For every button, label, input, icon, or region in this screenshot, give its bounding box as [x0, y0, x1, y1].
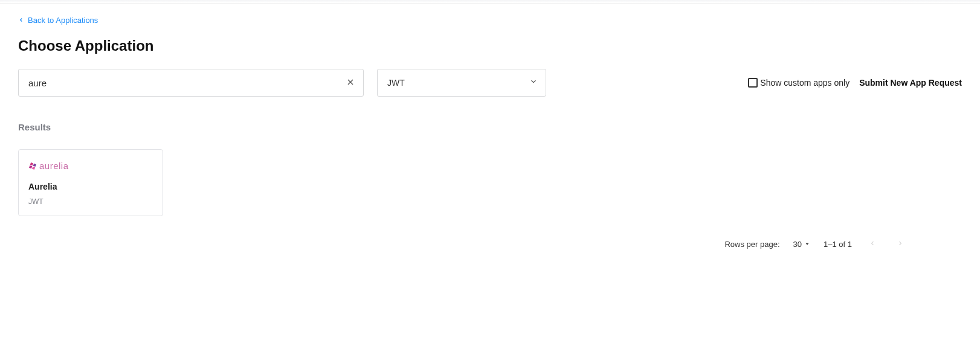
pagination-next-button[interactable]: [893, 237, 907, 251]
rows-per-page-select[interactable]: 30: [793, 240, 810, 249]
controls-row: JWT Show custom apps only Submit New App…: [18, 69, 962, 97]
submit-new-app-request-link[interactable]: Submit New App Request: [859, 78, 962, 88]
auth-type-select-wrap: JWT: [377, 69, 546, 97]
application-logo: aurelia: [28, 161, 153, 171]
pagination-bar: Rows per page: 30 1–1 of 1: [724, 237, 907, 251]
show-custom-apps-checkbox[interactable]: Show custom apps only: [748, 78, 849, 88]
chevron-left-icon: [18, 16, 24, 25]
auth-type-select[interactable]: JWT: [377, 69, 546, 97]
checkbox-box-icon: [748, 78, 758, 88]
svg-rect-2: [30, 162, 33, 165]
application-card-subtitle: JWT: [28, 197, 153, 206]
page-title: Choose Application: [18, 37, 962, 54]
application-logo-text: aurelia: [39, 161, 69, 171]
results-heading: Results: [18, 122, 962, 132]
checkbox-label: Show custom apps only: [760, 78, 849, 88]
back-to-applications-link[interactable]: Back to Applications: [18, 16, 98, 25]
chevron-left-icon: [869, 240, 876, 249]
svg-rect-4: [29, 165, 32, 168]
auth-type-selected-value: JWT: [387, 78, 405, 88]
search-input[interactable]: [18, 69, 364, 97]
close-icon: [346, 77, 355, 89]
pagination-range: 1–1 of 1: [824, 240, 852, 249]
page-container: Back to Applications Choose Application …: [0, 4, 980, 216]
back-link-label: Back to Applications: [28, 16, 98, 25]
rows-per-page-value: 30: [793, 240, 802, 249]
aurelia-logo-icon: [28, 162, 37, 170]
right-controls: Show custom apps only Submit New App Req…: [748, 78, 962, 88]
search-field-wrap: [18, 69, 364, 97]
svg-marker-6: [806, 243, 809, 245]
svg-rect-3: [33, 163, 36, 166]
application-card-title: Aurelia: [28, 182, 153, 191]
application-card-aurelia[interactable]: aurelia Aurelia JWT: [18, 149, 163, 216]
caret-down-icon: [804, 240, 810, 249]
pagination-prev-button[interactable]: [865, 237, 880, 251]
svg-rect-5: [32, 166, 35, 169]
rows-per-page-label: Rows per page:: [724, 240, 779, 249]
chevron-right-icon: [897, 240, 904, 249]
clear-search-button[interactable]: [343, 75, 358, 90]
